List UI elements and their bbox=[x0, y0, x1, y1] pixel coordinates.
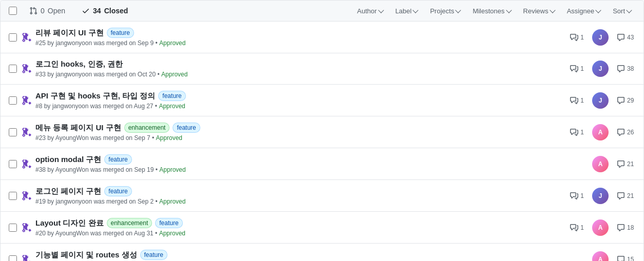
author-chevron-icon bbox=[378, 7, 384, 13]
pr-checkbox[interactable] bbox=[9, 192, 17, 200]
pr-actions: 1 A 26 bbox=[570, 124, 635, 140]
review-icon bbox=[570, 96, 578, 105]
comment-icon bbox=[617, 224, 625, 232]
pr-title-row: 기능별 페이지 및 routes 생성 feature bbox=[35, 250, 561, 260]
approved-status: Approved bbox=[159, 103, 185, 110]
reviews-filter[interactable]: Reviews bbox=[519, 5, 559, 17]
check-icon bbox=[82, 7, 90, 15]
pr-meta: #25 by jangwonyoon was merged on Sep 9 •… bbox=[35, 39, 566, 47]
bullet: • bbox=[152, 134, 154, 142]
open-count-item[interactable]: 0 Open bbox=[25, 5, 69, 17]
pr-checkbox[interactable] bbox=[9, 96, 17, 105]
review-stat: 1 bbox=[570, 33, 584, 42]
pr-title-row: API 구현 및 hooks 구현, 타입 정의 feature bbox=[35, 91, 566, 101]
assignee-filter[interactable]: Assignee bbox=[563, 5, 604, 17]
pr-meta: #38 by AyoungWon was merged on Sep 19 • … bbox=[35, 166, 561, 173]
review-count: 1 bbox=[580, 97, 584, 104]
projects-chevron-icon bbox=[456, 7, 461, 13]
reviews-label: Reviews bbox=[523, 7, 548, 15]
bullet: • bbox=[156, 166, 158, 173]
pr-checkbox[interactable] bbox=[9, 255, 17, 262]
open-count: 0 bbox=[41, 7, 45, 15]
review-icon bbox=[570, 33, 578, 42]
pr-checkbox[interactable] bbox=[9, 33, 17, 42]
approved-status: Approved bbox=[159, 198, 185, 205]
pr-actions: 1 J 29 bbox=[570, 92, 635, 109]
pr-title[interactable]: 로그인 페이지 구현 bbox=[35, 187, 101, 196]
select-all-checkbox[interactable] bbox=[9, 7, 17, 15]
pr-title-row: option modal 구현 feature bbox=[35, 154, 561, 165]
comment-count: 21 bbox=[617, 192, 635, 200]
pr-title[interactable]: API 구현 및 hooks 구현, 타입 정의 bbox=[35, 91, 155, 101]
comment-number: 38 bbox=[627, 65, 634, 72]
pr-author-link[interactable]: jangwonyoon bbox=[52, 103, 89, 110]
badge-feature: feature bbox=[104, 186, 131, 196]
pr-author-link[interactable]: AyoungWon bbox=[55, 134, 89, 142]
pr-content: 로그인 hooks, 인증, 권한 #33 by jangwonyoon was… bbox=[35, 59, 566, 78]
pr-author-link[interactable]: jangwonyoon bbox=[55, 71, 92, 78]
pr-content: 메뉴 등록 페이지 UI 구현 enhancementfeature #23 b… bbox=[35, 123, 566, 142]
comment-icon bbox=[617, 160, 625, 168]
avatar: J bbox=[592, 61, 609, 77]
comment-icon bbox=[617, 65, 625, 73]
pr-meta: #23 by AyoungWon was merged on Sep 7 • A… bbox=[35, 134, 566, 142]
avatar: J bbox=[592, 92, 609, 109]
author-label: Author bbox=[357, 7, 376, 15]
pr-author-link[interactable]: AyoungWon bbox=[55, 230, 89, 237]
projects-filter[interactable]: Projects bbox=[426, 5, 464, 17]
pr-title[interactable]: 메뉴 등록 페이지 UI 구현 bbox=[35, 123, 121, 133]
table-row: 로그인 페이지 구현 feature #19 by jangwonyoon wa… bbox=[1, 180, 643, 212]
author-filter[interactable]: Author bbox=[353, 5, 387, 17]
comment-count: 43 bbox=[617, 33, 635, 42]
avatar: A bbox=[592, 124, 609, 140]
closed-count-item[interactable]: 34 Closed bbox=[78, 5, 132, 17]
label-filter[interactable]: Label bbox=[391, 5, 422, 17]
approved-status: Approved bbox=[161, 71, 187, 78]
review-stat: 1 bbox=[570, 96, 584, 105]
pr-merged-icon bbox=[21, 64, 31, 74]
review-count: 1 bbox=[580, 65, 584, 72]
comment-icon bbox=[617, 96, 625, 105]
comment-count: 18 bbox=[617, 224, 635, 232]
avatar: A bbox=[592, 251, 609, 262]
assignee-chevron-icon bbox=[595, 7, 601, 13]
pr-merged-icon bbox=[21, 127, 31, 137]
pr-title[interactable]: 리뷰 페이지 UI 구현 bbox=[35, 28, 104, 38]
toolbar-right: Author Label Projects Milestones Reviews… bbox=[353, 5, 635, 17]
table-row: API 구현 및 hooks 구현, 타입 정의 feature #8 by j… bbox=[1, 85, 643, 116]
avatar: A bbox=[592, 156, 609, 172]
milestones-filter[interactable]: Milestones bbox=[468, 5, 515, 17]
pr-content: 리뷰 페이지 UI 구현 feature #25 by jangwonyoon … bbox=[35, 28, 566, 47]
pr-title[interactable]: option modal 구현 bbox=[35, 155, 101, 165]
table-row: option modal 구현 feature #38 by AyoungWon… bbox=[1, 148, 643, 180]
pr-author-link[interactable]: jangwonyoon bbox=[55, 39, 92, 47]
review-icon bbox=[570, 65, 578, 73]
comment-number: 21 bbox=[627, 192, 634, 199]
pr-checkbox[interactable] bbox=[9, 128, 17, 136]
review-count: 1 bbox=[580, 129, 584, 136]
review-icon bbox=[570, 192, 578, 200]
pr-checkbox[interactable] bbox=[9, 65, 17, 73]
comment-icon bbox=[617, 128, 625, 136]
pr-title-row: 메뉴 등록 페이지 UI 구현 enhancementfeature bbox=[35, 123, 566, 133]
pr-merged-icon bbox=[21, 32, 31, 43]
pr-author-link[interactable]: AyoungWon bbox=[55, 166, 89, 173]
pr-checkbox[interactable] bbox=[9, 224, 17, 232]
pr-content: Layout 디자인 완료 enhancementfeature #20 by … bbox=[35, 218, 566, 237]
badge-feature: feature bbox=[107, 28, 134, 38]
sort-filter[interactable]: Sort bbox=[609, 5, 635, 17]
pr-title[interactable]: Layout 디자인 완료 bbox=[35, 218, 104, 228]
approved-status: Approved bbox=[159, 166, 185, 173]
pr-checkbox[interactable] bbox=[9, 160, 17, 168]
pr-title[interactable]: 로그인 hooks, 인증, 권한 bbox=[35, 59, 123, 69]
pr-author-link[interactable]: jangwonyoon bbox=[55, 198, 92, 205]
pr-title[interactable]: 기능별 페이지 및 routes 생성 bbox=[35, 250, 137, 260]
pr-merged-icon bbox=[21, 223, 31, 233]
pr-meta: #20 by AyoungWon was merged on Aug 31 • … bbox=[35, 230, 566, 237]
comment-number: 43 bbox=[627, 34, 634, 41]
avatar: A bbox=[592, 219, 609, 236]
toolbar-left: 0 Open 34 Closed bbox=[9, 5, 132, 17]
toolbar: 0 Open 34 Closed Author Label Pr bbox=[1, 1, 643, 22]
avatar: J bbox=[592, 29, 609, 46]
review-icon bbox=[570, 128, 578, 136]
